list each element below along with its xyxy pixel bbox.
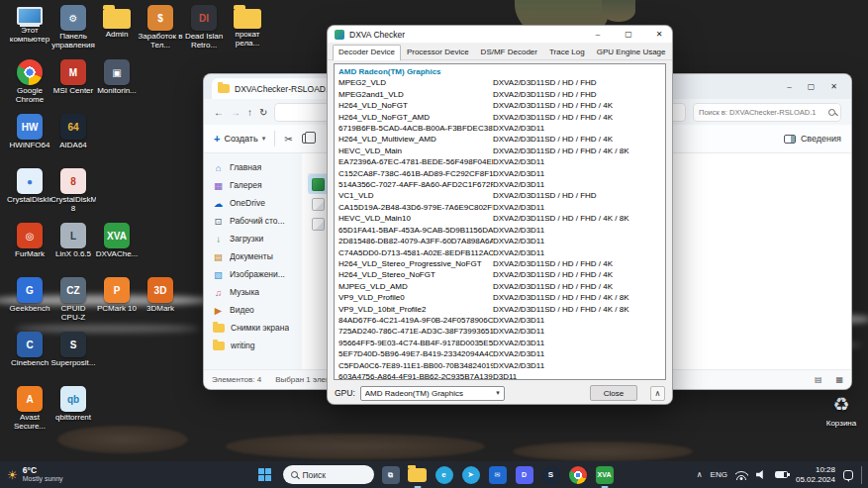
refresh-button[interactable]: ↻ [259,107,267,118]
dxva-tab[interactable]: DS/MF Decoder [475,45,543,59]
84AD67F6-4C21-419A-9F0B-24F0578906C1[interactable]: 84AD67F6-4C21-419A-9F0B-24F0578906C1 DXV… [337,315,665,326]
HEVC_VLD_Main10[interactable]: HEVC_VLD_Main10 DXVA2/D3D11 SD / HD / FH… [337,213,665,224]
this-pc[interactable]: Этот компьютер [8,5,51,45]
514A356C-7027-4AFF-8A60-AFD2C1F672F1[interactable]: 514A356C-7027-4AFF-8A60-AFD2C1F672F1 DXV… [337,179,665,190]
dxva-tab[interactable]: Trace Log [543,45,591,59]
CA15D19A-2B48-43D6-979E-7A6E9C802FE8[interactable]: CA15D19A-2B48-43D6-979E-7A6E9C802FE8 DXV… [337,202,665,213]
maximize-button[interactable]: ▢ [616,26,641,43]
tray-chevron-icon[interactable]: ∧ [697,470,703,479]
linx[interactable]: L LinX 0.6.5 [51,223,95,259]
5EF7D40D-5B96-49E7-B419-23342094A4CF[interactable]: 5EF7D40D-5B96-49E7-B419-23342094A4CF DXV… [337,348,665,359]
sidebar-item[interactable]: ▤ Документы [204,247,302,265]
sidebar-item[interactable]: ↓ Загрузки [204,230,302,247]
up-button[interactable]: ↑ [247,107,252,118]
discord[interactable]: D [515,465,534,485]
MJPEG_VLD_AMD[interactable]: MJPEG_VLD_AMD DXVA2/D3D11 SD / HD / FHD … [337,281,665,292]
decoder-device-list[interactable]: AMD Radeon(TM) Graphics MPEG2_VLD DXVA2/… [334,63,666,380]
copy-icon[interactable] [302,134,311,144]
HEVC_VLD_Main[interactable]: HEVC_VLD_Main DXVA2/D3D11 SD / HD / FHD … [337,146,665,156]
sidebar-item[interactable]: ♫ Музыка [204,283,302,301]
wifi-icon[interactable] [735,470,748,480]
H264_VLD_Stereo_Progressive_NoFGT[interactable]: H264_VLD_Stereo_Progressive_NoFGT DXVA2/… [337,258,665,269]
EA72396A-67EC-4781-BEDE-56F498F04EF2[interactable]: EA72396A-67EC-4781-BEDE-56F498F04EF2 DXV… [337,156,665,167]
task-view[interactable]: ⧉ [381,465,401,485]
volume-icon[interactable] [756,470,767,480]
telegram[interactable]: ➤ [461,465,481,485]
gpu-select[interactable]: AMD Radeon(TM) Graphics ▾ [360,386,505,401]
steam[interactable]: S [541,465,561,485]
new-button[interactable]: + Создать ▾ [214,133,265,145]
aida64[interactable]: 64 AIDA64 [51,114,95,150]
C74A5DD0-D713-4581-A02E-8EDFB112ACE3[interactable]: C74A5DD0-D713-4581-A02E-8EDFB112ACE3 DXV… [337,247,665,258]
minimize-button[interactable]: – [585,26,611,43]
MPEG2_VLD[interactable]: MPEG2_VLD DXVA2/D3D11 SD / HD / FHD [337,77,665,88]
geekbench[interactable]: G Geekbench [8,277,51,314]
control-panel[interactable]: ⚙ Панель управления [51,5,95,50]
sidebar-item[interactable]: ▶ Видео [204,301,302,319]
H264_VLD_Multiview_AMD[interactable]: H264_VLD_Multiview_AMD DXVA2/D3D11 SD / … [337,134,665,145]
mail[interactable]: ✉ [488,465,508,485]
furmark[interactable]: ◎ FurMark [8,223,51,259]
dxva-titlebar[interactable]: DXVA Checker – ▢ ✕ [328,26,672,43]
sidebar-item[interactable]: ▦ Галерея [204,176,302,194]
VP9_VLD_10bit_Profile2[interactable]: VP9_VLD_10bit_Profile2 DXVA2/D3D11 SD / … [337,304,665,315]
clock[interactable]: 10:28 05.02.2024 [796,465,835,485]
show-desktop-button[interactable] [861,466,863,484]
pcmark10[interactable]: P PCMark 10 [95,277,139,314]
725AD240-786C-471E-AD3C-38F739936517[interactable]: 725AD240-786C-471E-AD3C-38F739936517 DXV… [337,326,665,337]
prokat-folder[interactable]: прокат рела... [226,5,269,49]
sidebar-item[interactable]: Снимки экрана [204,319,302,337]
taskbar-search[interactable]: Поиск [283,465,374,484]
edge-browser[interactable]: e [434,465,454,485]
chrome[interactable] [568,465,588,485]
MPEG2and1_VLD[interactable]: MPEG2and1_VLD DXVA2/D3D11 SD / HD / FHD [337,89,665,100]
dxva-checker-task[interactable]: XVA [595,465,615,485]
2D815486-DB82-4079-A3FF-60D7A898A6AB[interactable]: 2D815486-DB82-4079-A3FF-60D7A898A6AB DXV… [337,236,665,246]
earn-telegram[interactable]: $ Заработок в Тел... [139,5,182,50]
VC1_VLD[interactable]: VC1_VLD DXVA2/D3D11 SD / HD / FHD [337,190,665,201]
H264_VLD_NoFGT[interactable]: H264_VLD_NoFGT DXVA2/D3D11 SD / HD / FHD… [337,100,665,111]
threedmark[interactable]: 3D 3DMark [139,277,182,314]
collapse-button[interactable]: ∧ [650,386,665,401]
maximize-button[interactable]: ▢ [808,74,816,99]
603A4756-A864-4F91-BB62-2C935B7A1391[interactable]: 603A4756-A864-4F91-BB62-2C935B7A1391 D3D… [337,371,665,380]
close-button[interactable]: ✕ [830,74,837,99]
dead-island[interactable]: DI Dead Islan Retro... [182,5,226,50]
notification-bell-icon[interactable] [843,470,853,480]
superposition[interactable]: S Superposit... [51,332,95,368]
VP9_VLD_Profile0[interactable]: VP9_VLD_Profile0 DXVA2/D3D11 SD / HD / F… [337,292,665,303]
explorer-search-input[interactable]: Поиск в: DXVAChecker-RSLOAD.1 [693,103,841,122]
close-icon[interactable]: ✕ [646,26,672,43]
6719B6FB-5CAD-4ACB-B00A-F3BFDEC38727[interactable]: 6719B6FB-5CAD-4ACB-B00A-F3BFDEC38727 DXV… [337,123,665,134]
language-indicator[interactable]: ENG [711,470,727,479]
sidebar-item[interactable]: writing [204,337,302,354]
sidebar-item[interactable]: ▧ Изображени... [204,265,302,283]
cpu-z[interactable]: CZ CPUID CPU-Z [51,277,95,323]
dxva-tab[interactable]: Decoder Device [333,45,401,60]
start-button[interactable] [254,464,276,486]
C152CA8F-738C-461B-AD89-FC292CF8F162[interactable]: C152CA8F-738C-461B-AD89-FC292CF8F162 DXV… [337,168,665,179]
crystaldiskinfo[interactable]: ● CrystalDiskInfo [8,168,51,205]
dxva-tab[interactable]: GPU Engine Usage [591,45,672,59]
cut-icon[interactable]: ✂ [284,134,292,145]
back-button[interactable]: ← [214,107,224,118]
avast[interactable]: A Avast Secure... [8,386,51,432]
dxva-tab[interactable]: Processor Device [401,45,475,59]
sidebar-item[interactable]: ☁ OneDrive [204,194,302,212]
details-toggle[interactable]: Сведения [784,134,841,144]
file-explorer[interactable] [408,465,428,485]
admin-folder[interactable]: Admin [95,5,139,40]
hwinfo64[interactable]: HW HWiNFO64 [8,114,51,150]
cinebench[interactable]: C Cinebench [8,332,51,368]
thumbnail-view-button[interactable]: ▦ [835,375,843,384]
battery-icon[interactable] [775,471,788,478]
65D1FA41-5BAF-453A-9CAB-5D9B1156DA9F[interactable]: 65D1FA41-5BAF-453A-9CAB-5D9B1156DA9F DXV… [337,225,665,236]
sidebar-item[interactable]: ⊡ Рабочий сто... [204,212,302,230]
msi-center[interactable]: M MSI Center [51,59,95,96]
close-dialog-button[interactable]: Close [590,385,637,401]
forward-button[interactable]: → [231,107,241,118]
sidebar-item[interactable]: ⌂ Главная [204,158,302,176]
C5FDA0C6-7E89-11E1-BB00-70B34824019B[interactable]: C5FDA0C6-7E89-11E1-BB00-70B34824019B DXV… [337,360,665,371]
H264_VLD_NoFGT_AMD[interactable]: H264_VLD_NoFGT_AMD DXVA2/D3D11 SD / HD /… [337,112,665,123]
minimize-button[interactable]: – [787,74,791,99]
